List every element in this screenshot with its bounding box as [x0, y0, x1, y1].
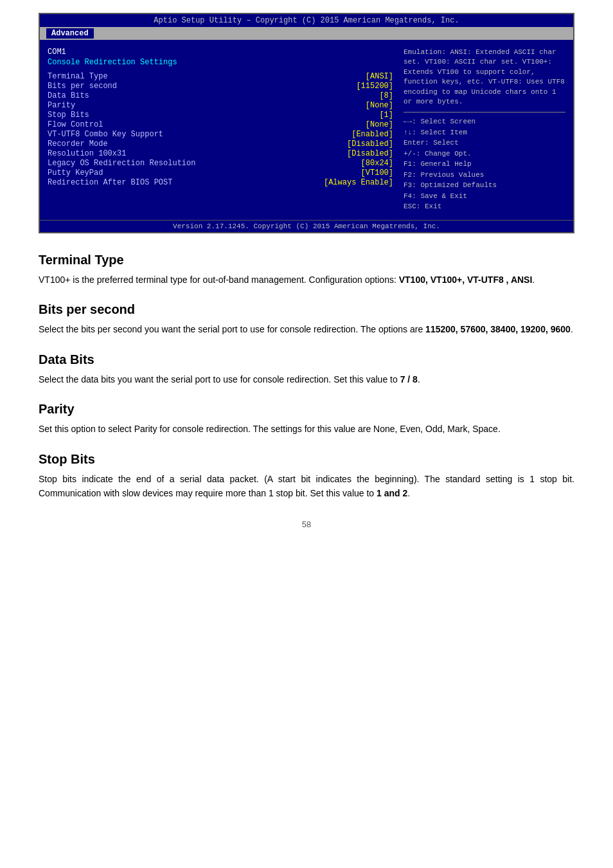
bios-row-value: [VT100] — [361, 168, 393, 177]
bios-tab-bar: Advanced — [40, 27, 573, 40]
bios-row[interactable]: Recorder Mode[Disabled] — [48, 140, 393, 149]
bios-row-value: [Enabled] — [351, 130, 393, 139]
bios-left-panel: COM1 Console Redirection Settings Termin… — [45, 45, 396, 215]
stop-bits-bold: 1 and 2 — [377, 488, 407, 498]
section-data-bits: Data BitsSelect the data bits you want t… — [39, 352, 574, 386]
bios-nav-item: +/-: Change Opt. — [404, 149, 565, 159]
section-terminal-type: Terminal TypeVT100+ is the preferred ter… — [39, 253, 574, 287]
bios-row[interactable]: Redirection After BIOS POST[Always Enabl… — [48, 178, 393, 187]
bios-row-label: VT-UTF8 Combo Key Support — [48, 130, 163, 139]
stop-bits-title: Stop Bits — [39, 452, 574, 467]
bios-nav-item: F4: Save & Exit — [404, 191, 565, 202]
bios-row-label: Stop Bits — [48, 111, 89, 120]
bios-row-label: Bits per second — [48, 82, 117, 91]
bios-row-value: [1] — [379, 111, 393, 120]
bios-row[interactable]: Bits per second[115200] — [48, 82, 393, 91]
bios-row[interactable]: Terminal Type[ANSI] — [48, 72, 393, 81]
bios-title: Aptio Setup Utility – Copyright (C) 2015… — [40, 14, 573, 27]
console-redirect-title: Console Redirection Settings — [48, 58, 393, 67]
bits-per-second-bold: 115200, 57600, 38400, 19200, 9600 — [425, 324, 571, 334]
bios-row-value: [None] — [366, 120, 393, 129]
bios-nav-item: ←→: Select Screen — [404, 116, 565, 127]
data-bits-title: Data Bits — [39, 352, 574, 367]
bios-nav-item: Enter: Select — [404, 138, 565, 149]
terminal-type-bold: VT100, VT100+, VT-UTF8 , ANSI — [399, 275, 533, 285]
bios-row[interactable]: Resolution 100x31[Disabled] — [48, 149, 393, 158]
bits-per-second-title: Bits per second — [39, 302, 574, 317]
bios-rows: Terminal Type[ANSI]Bits per second[11520… — [48, 72, 393, 187]
bios-row-value: [ANSI] — [366, 72, 393, 81]
data-bits-body: Select the data bits you want the serial… — [39, 372, 574, 386]
com-title: COM1 — [48, 48, 393, 57]
bios-row[interactable]: Parity[None] — [48, 101, 393, 110]
bios-row-value: [None] — [366, 101, 393, 110]
bios-row-value: [115200] — [356, 82, 393, 91]
bios-row-label: Legacy OS Redirection Resolution — [48, 159, 195, 168]
bios-row[interactable]: VT-UTF8 Combo Key Support[Enabled] — [48, 130, 393, 139]
sections-container: Terminal TypeVT100+ is the preferred ter… — [39, 253, 574, 500]
bios-nav-item: F1: General Help — [404, 159, 565, 170]
section-bits-per-second: Bits per secondSelect the bits per secon… — [39, 302, 574, 336]
bios-row-value: [Disabled] — [347, 149, 393, 158]
bios-nav-item: F2: Previous Values — [404, 170, 565, 181]
terminal-type-body: VT100+ is the preferred terminal type fo… — [39, 273, 574, 287]
bios-screen: Aptio Setup Utility – Copyright (C) 2015… — [39, 13, 574, 233]
bios-row-value: [Disabled] — [347, 140, 393, 149]
bios-right-panel: Emulation: ANSI: Extended ASCII char set… — [401, 45, 568, 215]
bios-divider — [404, 112, 565, 113]
bios-row-value: [Always Enable] — [324, 178, 393, 187]
bios-row[interactable]: Flow Control[None] — [48, 120, 393, 129]
bits-per-second-body: Select the bits per second you want the … — [39, 322, 574, 336]
bios-nav-item: ESC: Exit — [404, 201, 565, 212]
bios-nav: ←→: Select Screen↑↓: Select ItemEnter: S… — [404, 116, 565, 212]
bios-row-value: [8] — [379, 91, 393, 100]
bios-help-text: Emulation: ANSI: Extended ASCII char set… — [404, 48, 565, 107]
bios-row-label: Terminal Type — [48, 72, 108, 81]
stop-bits-body: Stop bits indicate the end of a serial d… — [39, 472, 574, 501]
bios-row-label: Resolution 100x31 — [48, 149, 126, 158]
bios-row[interactable]: Data Bits[8] — [48, 91, 393, 100]
bios-row-label: Redirection After BIOS POST — [48, 178, 172, 187]
bios-nav-item: F3: Optimized Defaults — [404, 180, 565, 191]
bios-row[interactable]: Stop Bits[1] — [48, 111, 393, 120]
section-stop-bits: Stop BitsStop bits indicate the end of a… — [39, 452, 574, 501]
bios-row-label: Flow Control — [48, 120, 103, 129]
bios-row[interactable]: Putty KeyPad[VT100] — [48, 168, 393, 177]
bios-nav-item: ↑↓: Select Item — [404, 127, 565, 138]
bios-row-label: Putty KeyPad — [48, 168, 103, 177]
bios-row[interactable]: Legacy OS Redirection Resolution[80x24] — [48, 159, 393, 168]
section-parity: ParitySet this option to select Parity f… — [39, 402, 574, 436]
bios-row-label: Recorder Mode — [48, 140, 108, 149]
tab-advanced[interactable]: Advanced — [46, 28, 94, 39]
bios-footer: Version 2.17.1245. Copyright (C) 2015 Am… — [40, 220, 573, 232]
terminal-type-title: Terminal Type — [39, 253, 574, 267]
bios-row-value: [80x24] — [361, 159, 393, 168]
parity-title: Parity — [39, 402, 574, 417]
bios-row-label: Data Bits — [48, 91, 89, 100]
data-bits-bold: 7 / 8 — [400, 374, 418, 384]
bios-row-label: Parity — [48, 101, 75, 110]
page-number: 58 — [39, 520, 574, 529]
bios-content: COM1 Console Redirection Settings Termin… — [40, 40, 573, 220]
parity-body: Set this option to select Parity for con… — [39, 422, 574, 436]
bios-title-text: Aptio Setup Utility – Copyright (C) 2015… — [154, 16, 459, 25]
